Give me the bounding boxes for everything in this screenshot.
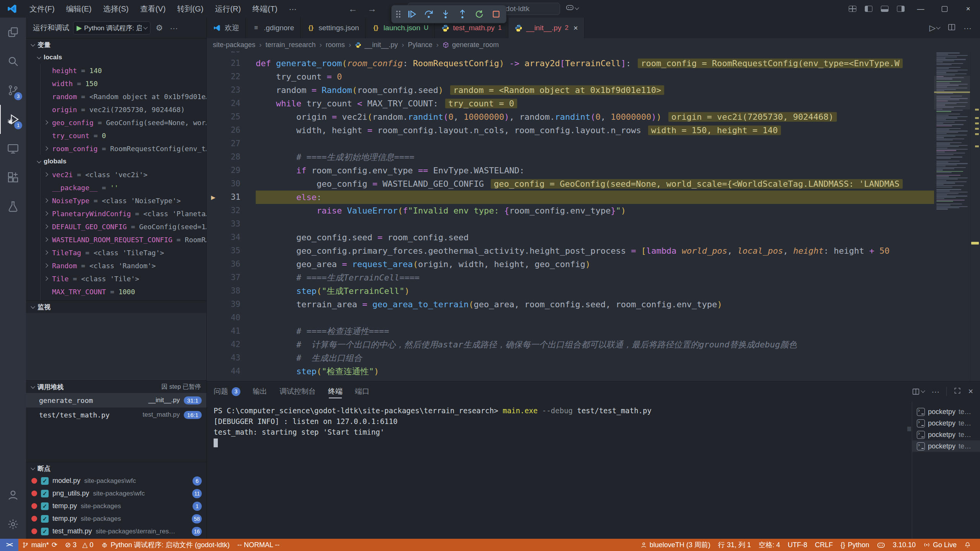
- panel-tab-终端[interactable]: 终端: [328, 381, 343, 401]
- status-eol[interactable]: CRLF: [811, 539, 837, 551]
- variable-row[interactable]: geo_config = GeoConfig(seed=None, wor…: [41, 116, 206, 129]
- close-panel-icon[interactable]: ×: [968, 386, 973, 396]
- status-git-blame[interactable]: blueloveTH (3 周前): [637, 539, 714, 551]
- tab--[interactable]: 欢迎: [207, 18, 246, 38]
- tab-settings-json[interactable]: {}settings.json: [301, 18, 366, 38]
- nav-back-icon[interactable]: ←: [348, 3, 358, 14]
- terminal-instance[interactable]: pocketpyte…: [912, 406, 980, 417]
- breadcrumb-item[interactable]: site-packages: [213, 41, 255, 49]
- activity-extensions-icon[interactable]: [0, 163, 26, 192]
- customize-layout-icon[interactable]: [849, 6, 856, 12]
- code-line-31[interactable]: ▶31 else:: [207, 191, 934, 204]
- more-actions-icon[interactable]: ···: [168, 23, 180, 33]
- restart-button[interactable]: [474, 9, 485, 20]
- close-button[interactable]: ×: [956, 0, 980, 18]
- status-notifications[interactable]: [960, 539, 975, 551]
- activity-source-control-icon[interactable]: 3: [0, 76, 26, 105]
- panel-tab-端口[interactable]: 端口: [355, 381, 369, 401]
- status-problems[interactable]: ⊘ 3△ 0: [61, 539, 97, 551]
- code-line-21[interactable]: 21def generate_room(room_config: RoomReq…: [207, 57, 934, 70]
- code-editor[interactable]: 2021def generate_room(room_config: RoomR…: [207, 51, 980, 381]
- breadcrumb-item[interactable]: generate_room: [443, 41, 499, 49]
- code-line-20[interactable]: 20: [207, 51, 934, 57]
- menu-item-6[interactable]: 终端(T): [247, 0, 283, 18]
- variable-row[interactable]: random = <Random object at 0x1bf9d01e…: [41, 90, 206, 103]
- step-out-button[interactable]: [457, 9, 468, 20]
- code-line-27[interactable]: 27: [207, 137, 934, 150]
- split-editor-icon[interactable]: [947, 23, 956, 33]
- variables-section-header[interactable]: 变量: [26, 39, 206, 51]
- panel-tab-问题[interactable]: 问题3: [214, 381, 240, 401]
- status-git-branch[interactable]: main* ⟳: [18, 539, 61, 551]
- variable-row[interactable]: PlanetaryWindConfig = <class 'Planeta…: [41, 207, 206, 220]
- status-copilot[interactable]: [873, 539, 889, 551]
- close-icon[interactable]: ×: [573, 24, 578, 33]
- variable-row[interactable]: WASTELAND_ROOM_REQUEST_CONFIG = RoomR…: [41, 233, 206, 246]
- breadcrumb-item[interactable]: rooms: [326, 41, 345, 49]
- variable-row[interactable]: vec2i = <class 'vec2i'>: [41, 168, 206, 181]
- code-line-38[interactable]: 38 step("生成TerrainCell"): [207, 284, 934, 298]
- terminal-instance[interactable]: pocketpyte…: [912, 440, 980, 452]
- breakpoint-row[interactable]: ✓temp.pysite-packages58: [26, 512, 206, 525]
- toggle-panel-icon[interactable]: [881, 6, 889, 12]
- code-line-22[interactable]: 22 try_count = 0: [207, 70, 934, 83]
- menu-item-2[interactable]: 选择(S): [97, 0, 134, 18]
- stop-button[interactable]: [491, 9, 501, 20]
- breakpoint-checkbox[interactable]: ✓: [41, 502, 49, 510]
- code-line-40[interactable]: 40: [207, 311, 934, 324]
- status-vim-mode[interactable]: -- NORMAL --: [234, 539, 283, 551]
- step-over-button[interactable]: [423, 9, 434, 20]
- menu-item-7[interactable]: ···: [283, 0, 302, 18]
- activity-run-and-debug-icon[interactable]: 1: [0, 105, 26, 134]
- terminal-instance[interactable]: pocketpyte…: [912, 417, 980, 429]
- variable-row[interactable]: MAX_TRY_COUNT = 1000: [41, 285, 206, 298]
- breakpoint-checkbox[interactable]: ✓: [41, 528, 49, 535]
- nav-forward-icon[interactable]: →: [368, 3, 377, 14]
- variable-row[interactable]: step = <function step at 0x1bf8d716d: [41, 298, 206, 300]
- start-debug-icon[interactable]: ▶: [77, 24, 82, 32]
- variable-row[interactable]: Random = <class 'Random'>: [41, 259, 206, 272]
- activity-settings-icon[interactable]: [0, 510, 26, 539]
- code-line-28[interactable]: 28 # ====生成初始地理信息====: [207, 150, 934, 164]
- step-into-button[interactable]: [440, 9, 451, 20]
- toggle-secondary-sidebar-icon[interactable]: [897, 6, 905, 12]
- terminal-scrollbar[interactable]: [906, 401, 912, 539]
- breakpoint-checkbox[interactable]: ✓: [41, 477, 49, 485]
- maximize-panel-icon[interactable]: [954, 387, 961, 396]
- stack-frame[interactable]: test/test_math.pytest_math.py16:1: [26, 408, 206, 422]
- toggle-sidebar-icon[interactable]: [865, 6, 872, 12]
- variables-group-locals[interactable]: locals: [26, 51, 206, 64]
- debug-launch-dropdown[interactable]: ▶ Python 调试程序: 启: [73, 21, 150, 34]
- code-line-25[interactable]: 25 origin = vec2i(random.randint(0, 1000…: [207, 110, 934, 124]
- code-line-35[interactable]: 35 geo_config.primary_forces.geothermal_…: [207, 244, 934, 258]
- status-remote[interactable]: ><: [0, 539, 18, 551]
- variable-row[interactable]: DEFAULT_GEO_CONFIG = GeoConfig(seed=1…: [41, 220, 206, 233]
- code-line-43[interactable]: 43 # 生成出口组合: [207, 351, 934, 365]
- call-stack-section-header[interactable]: 调用堆栈 因 step 已暂停: [26, 381, 206, 393]
- split-terminal-icon[interactable]: [912, 388, 924, 396]
- code-line-26[interactable]: 26 width, height = room_config.layout.n_…: [207, 124, 934, 137]
- panel-tab-调试控制台[interactable]: 调试控制台: [279, 381, 316, 401]
- tab--gdignore[interactable]: ≡.gdignore: [246, 18, 301, 38]
- gear-icon[interactable]: ⚙: [154, 23, 165, 33]
- continue-button[interactable]: [407, 9, 417, 20]
- breadcrumb-item[interactable]: __init__.py: [355, 41, 398, 49]
- variable-row[interactable]: Tile = <class 'Tile'>: [41, 272, 206, 285]
- variable-row[interactable]: room_config = RoomRequestConfig(env_t…: [41, 142, 206, 155]
- drag-handle-icon[interactable]: [396, 11, 400, 18]
- watch-section-header[interactable]: 监视: [26, 301, 206, 313]
- minimap[interactable]: [934, 51, 970, 381]
- activity-remote-explorer-icon[interactable]: [0, 134, 26, 163]
- code-line-24[interactable]: 24 while try_count < MAX_TRY_COUNT:try_c…: [207, 97, 934, 110]
- run-python-file-button[interactable]: ▷: [929, 23, 940, 33]
- code-line-37[interactable]: 37 # ====生成TerrainCell====: [207, 271, 934, 284]
- code-line-39[interactable]: 39 terrain_area = geo_area_to_terrain(ge…: [207, 298, 934, 311]
- variable-row[interactable]: __package__ = '': [41, 181, 206, 194]
- minimize-button[interactable]: —: [909, 0, 933, 18]
- breakpoint-row[interactable]: ✓temp.pysite-packages1: [26, 500, 206, 512]
- status-go-live[interactable]: Go Live: [920, 539, 960, 551]
- status-indentation[interactable]: 空格: 4: [755, 539, 784, 551]
- copilot-menu-button[interactable]: [566, 3, 578, 13]
- breakpoint-row[interactable]: ✓png_utils.pysite-packages\wfc11: [26, 487, 206, 500]
- terminal-output[interactable]: PS C:\computer_science\godot-ldtk\site-p…: [207, 401, 906, 539]
